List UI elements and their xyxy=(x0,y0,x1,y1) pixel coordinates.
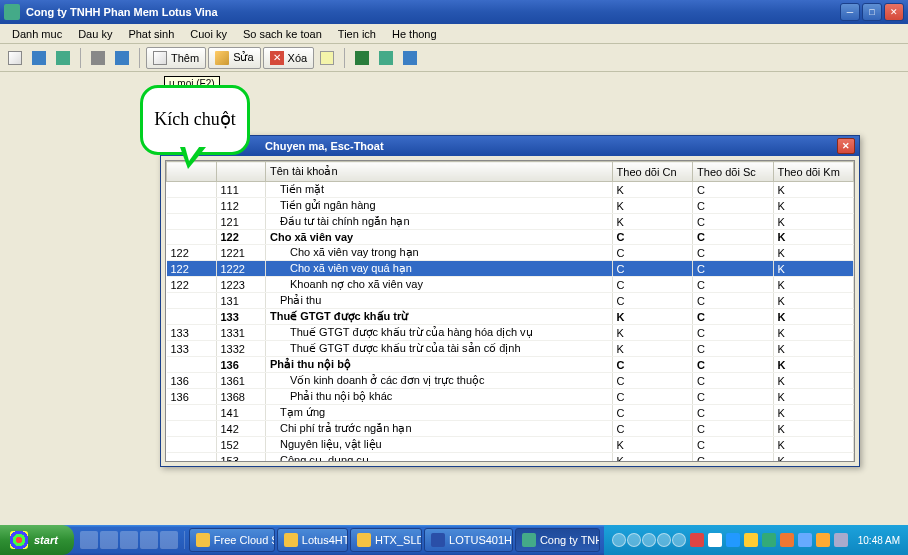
toolbar-btn-5[interactable] xyxy=(111,47,133,69)
folder-icon xyxy=(357,533,371,547)
tray-icon[interactable] xyxy=(798,533,812,547)
folder-icon xyxy=(196,533,210,547)
toolbar-btn-8[interactable] xyxy=(399,47,421,69)
toolbar-btn-excel[interactable] xyxy=(351,47,373,69)
table-row[interactable]: 142Chi phí trả trước ngắn hạnCCK xyxy=(167,421,854,437)
col-1[interactable] xyxy=(216,162,266,182)
task-items: Free Cloud S... Lotus4HTX HTX_SLDT LOTUS… xyxy=(185,528,604,552)
xoa-button[interactable]: ✕Xóa xyxy=(263,47,315,69)
app-title: Cong ty TNHH Phan Mem Lotus Vina xyxy=(26,6,840,18)
taskbar: start Free Cloud S... Lotus4HTX HTX_SLDT… xyxy=(0,525,908,555)
tray-icon[interactable] xyxy=(744,533,758,547)
them-button[interactable]: Thêm xyxy=(146,47,206,69)
close-button[interactable]: ✕ xyxy=(884,3,904,21)
system-tray: 10:48 AM xyxy=(604,525,908,555)
sua-button[interactable]: Sửa xyxy=(208,47,260,69)
toolbar-btn-4[interactable] xyxy=(87,47,109,69)
ql-item[interactable] xyxy=(80,531,98,549)
table-row[interactable]: 122Cho xã viên vayCCK xyxy=(167,230,854,245)
maximize-button[interactable]: □ xyxy=(862,3,882,21)
table-row[interactable]: 112Tiền gửi ngân hàngKCK xyxy=(167,198,854,214)
dialog-title: Chuyen ma, Esc-Thoat xyxy=(165,140,837,152)
table-row[interactable]: 133Thuế GTGT được khấu trừKCK xyxy=(167,309,854,325)
toolbar-btn-1[interactable] xyxy=(4,47,26,69)
media-play-icon[interactable] xyxy=(627,533,641,547)
media-prev-icon[interactable] xyxy=(612,533,626,547)
ql-item[interactable] xyxy=(120,531,138,549)
accounts-dialog: Chuyen ma, Esc-Thoat ✕ Tên tài khoản The… xyxy=(160,135,860,467)
ql-item[interactable] xyxy=(160,531,178,549)
ql-item[interactable] xyxy=(140,531,158,549)
menu-cuoi-ky[interactable]: Cuoi ky xyxy=(182,26,235,42)
tray-icon[interactable] xyxy=(816,533,830,547)
app-icon xyxy=(4,4,20,20)
col-sc[interactable]: Theo dõi Sc xyxy=(693,162,773,182)
media-next-icon[interactable] xyxy=(657,533,671,547)
menu-phat-sinh[interactable]: Phat sinh xyxy=(120,26,182,42)
menu-so-sach[interactable]: So sach ke toan xyxy=(235,26,330,42)
menu-he-thong[interactable]: He thong xyxy=(384,26,445,42)
start-label: start xyxy=(34,534,58,546)
col-cn[interactable]: Theo dõi Cn xyxy=(612,162,692,182)
task-item[interactable]: LOTUS401HT... xyxy=(424,528,513,552)
dialog-title-bar: Chuyen ma, Esc-Thoat ✕ xyxy=(161,136,859,156)
start-button[interactable]: start xyxy=(0,525,74,555)
app-icon xyxy=(522,533,536,547)
table-row[interactable]: 1221223Khoanh nợ cho xã viên vayCCK xyxy=(167,277,854,293)
table-row[interactable]: 1221222Cho xã viên vay quá hạnCCK xyxy=(167,261,854,277)
toolbar-btn-2[interactable] xyxy=(28,47,50,69)
col-km[interactable]: Theo dõi Km xyxy=(773,162,854,182)
sua-label: Sửa xyxy=(233,51,253,64)
table-row[interactable]: 153Công cụ, dụng cụKCK xyxy=(167,453,854,463)
grid-header-row: Tên tài khoản Theo dõi Cn Theo dõi Sc Th… xyxy=(167,162,854,182)
toolbar-btn-7[interactable] xyxy=(375,47,397,69)
media-stop-icon[interactable] xyxy=(642,533,656,547)
callout: Kích chuột xyxy=(140,85,250,155)
task-item[interactable]: Lotus4HTX xyxy=(277,528,348,552)
tray-icon[interactable] xyxy=(690,533,704,547)
word-icon xyxy=(431,533,445,547)
table-row[interactable]: 1221221Cho xã viên vay trong hạnCCK xyxy=(167,245,854,261)
toolbar: Thêm Sửa ✕Xóa xyxy=(0,44,908,72)
media-mute-icon[interactable] xyxy=(672,533,686,547)
menu-dau-ky[interactable]: Dau ky xyxy=(70,26,120,42)
table-row[interactable]: 1361368Phải thu nội bộ khácCCK xyxy=(167,389,854,405)
table-row[interactable]: 1331332Thuế GTGT được khấu trừ của tài s… xyxy=(167,341,854,357)
them-label: Thêm xyxy=(171,52,199,64)
tray-icon[interactable] xyxy=(762,533,776,547)
menu-tien-ich[interactable]: Tien ich xyxy=(330,26,384,42)
accounts-grid: Tên tài khoản Theo dõi Cn Theo dõi Sc Th… xyxy=(166,161,854,462)
table-row[interactable]: 1361361Vốn kinh doanh ở các đơn vị trực … xyxy=(167,373,854,389)
minimize-button[interactable]: ─ xyxy=(840,3,860,21)
table-row[interactable]: 141Tạm ứngCCK xyxy=(167,405,854,421)
table-row[interactable]: 111Tiền mặtKCK xyxy=(167,182,854,198)
task-item[interactable]: HTX_SLDT xyxy=(350,528,422,552)
task-item-active[interactable]: Cong ty TNH... xyxy=(515,528,600,552)
table-row[interactable]: 121Đầu tư tài chính ngắn hạnKCK xyxy=(167,214,854,230)
title-bar: Cong ty TNHH Phan Mem Lotus Vina ─ □ ✕ xyxy=(0,0,908,24)
tray-icon[interactable] xyxy=(780,533,794,547)
ql-item[interactable] xyxy=(100,531,118,549)
task-item[interactable]: Free Cloud S... xyxy=(189,528,275,552)
dialog-close-button[interactable]: ✕ xyxy=(837,138,855,154)
menu-danh-muc[interactable]: Danh muc xyxy=(4,26,70,42)
col-name[interactable]: Tên tài khoản xyxy=(266,162,613,182)
folder-icon xyxy=(284,533,298,547)
tray-icon[interactable] xyxy=(726,533,740,547)
table-row[interactable]: 136Phải thu nội bộCCK xyxy=(167,357,854,373)
table-row[interactable]: 152Nguyên liệu, vật liệuKCK xyxy=(167,437,854,453)
media-controls xyxy=(612,533,686,547)
tray-icon[interactable] xyxy=(708,533,722,547)
toolbar-btn-3[interactable] xyxy=(52,47,74,69)
quick-launch xyxy=(74,531,185,549)
table-row[interactable]: 1331331Thuế GTGT được khấu trừ của hàng … xyxy=(167,325,854,341)
clock[interactable]: 10:48 AM xyxy=(852,535,900,546)
toolbar-btn-6[interactable] xyxy=(316,47,338,69)
table-row[interactable]: 131Phải thuCCK xyxy=(167,293,854,309)
xoa-label: Xóa xyxy=(288,52,308,64)
tray-icon[interactable] xyxy=(834,533,848,547)
grid-container[interactable]: Tên tài khoản Theo dõi Cn Theo dõi Sc Th… xyxy=(165,160,855,462)
windows-logo-icon xyxy=(10,531,28,549)
menu-bar: Danh muc Dau ky Phat sinh Cuoi ky So sac… xyxy=(0,24,908,44)
